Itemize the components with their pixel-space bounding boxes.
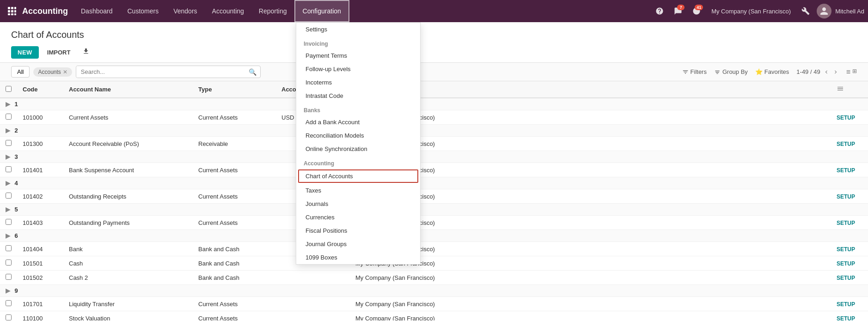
group-label[interactable]: ▶ 9: [0, 285, 868, 297]
support-button[interactable]: [652, 4, 667, 18]
nav-accounting[interactable]: Accounting: [205, 0, 251, 22]
toolbar: NEW IMPORT: [11, 46, 857, 59]
new-button[interactable]: NEW: [11, 46, 39, 59]
setup-link[interactable]: SETUP: [837, 167, 855, 174]
row-company: My Company (San Francisco): [350, 189, 831, 204]
import-button[interactable]: IMPORT: [43, 46, 75, 59]
row-code[interactable]: 101404: [17, 242, 63, 256]
download-button[interactable]: [79, 46, 93, 59]
row-account-name[interactable]: Account Receivable (PoS): [63, 137, 193, 151]
company-name[interactable]: My Company (San Francisco): [708, 8, 795, 15]
row-account-name[interactable]: Cash 2: [63, 271, 193, 285]
dropdown-settings[interactable]: Settings: [296, 23, 420, 36]
nav-reporting[interactable]: Reporting: [251, 0, 294, 22]
messages-button[interactable]: 7: [671, 4, 685, 18]
row-checkbox[interactable]: [6, 314, 12, 320]
setup-link[interactable]: SETUP: [837, 246, 855, 253]
row-account-name[interactable]: Liquidity Transfer: [63, 297, 193, 311]
prev-icon[interactable]: [823, 69, 830, 75]
setup-link[interactable]: SETUP: [837, 115, 855, 121]
row-account-name[interactable]: Stock Valuation: [63, 311, 193, 321]
list-view-button[interactable]: ≡: [846, 68, 850, 76]
dropdown-journals[interactable]: Journals: [296, 197, 420, 211]
dropdown-online-synchronization[interactable]: Online Synchronization: [296, 142, 420, 156]
dropdown-journal-groups[interactable]: Journal Groups: [296, 237, 420, 251]
dropdown-1099-boxes[interactable]: 1099 Boxes: [296, 251, 420, 264]
row-code[interactable]: 101501: [17, 256, 63, 271]
wrench-icon[interactable]: [798, 4, 813, 18]
row-account-name[interactable]: Cash: [63, 256, 193, 271]
next-icon[interactable]: [832, 69, 839, 75]
dropdown-reconciliation-models[interactable]: Reconciliation Models: [296, 129, 420, 142]
nav-customers[interactable]: Customers: [120, 0, 166, 22]
avatar[interactable]: [817, 4, 831, 18]
group-label[interactable]: ▶ 1: [0, 98, 868, 110]
row-checkbox-cell: [0, 242, 17, 256]
row-account-name[interactable]: Outstanding Payments: [63, 216, 193, 230]
row-code[interactable]: 101401: [17, 163, 63, 177]
setup-link[interactable]: SETUP: [837, 301, 855, 308]
group-label[interactable]: ▶ 6: [0, 230, 868, 242]
view-buttons: ≡ ⊞: [846, 68, 857, 76]
dropdown-chart-of-accounts[interactable]: Chart of Accounts: [298, 169, 418, 183]
setup-link[interactable]: SETUP: [837, 193, 855, 200]
row-checkbox[interactable]: [6, 114, 12, 120]
group-label[interactable]: ▶ 2: [0, 125, 868, 137]
th-company[interactable]: Company: [350, 81, 831, 98]
dropdown-followup-levels[interactable]: Follow-up Levels: [296, 62, 420, 76]
row-code[interactable]: 101502: [17, 271, 63, 285]
th-account-name[interactable]: Account Name: [63, 81, 193, 98]
grid-icon[interactable]: [4, 3, 20, 19]
row-code[interactable]: 101701: [17, 297, 63, 311]
setup-link[interactable]: SETUP: [837, 275, 855, 281]
dropdown-currencies[interactable]: Currencies: [296, 211, 420, 224]
clock-button[interactable]: 41: [689, 4, 704, 18]
row-checkbox[interactable]: [6, 245, 12, 251]
dropdown-add-bank-account[interactable]: Add a Bank Account: [296, 115, 420, 129]
row-checkbox[interactable]: [6, 300, 12, 306]
dropdown-payment-terms[interactable]: Payment Terms: [296, 49, 420, 62]
filters-button[interactable]: Filters: [682, 68, 707, 75]
row-account-name[interactable]: Bank Suspense Account: [63, 163, 193, 177]
setup-link[interactable]: SETUP: [837, 315, 855, 321]
grid-view-button[interactable]: ⊞: [852, 68, 857, 76]
table-group-row: ▶ 1: [0, 98, 868, 110]
row-account-name[interactable]: Outstanding Receipts: [63, 189, 193, 204]
group-label[interactable]: ▶ 5: [0, 204, 868, 216]
search-input[interactable]: [76, 66, 245, 78]
favorites-button[interactable]: ⭐ Favorites: [755, 68, 789, 75]
group-label[interactable]: ▶ 3: [0, 151, 868, 163]
dropdown-taxes[interactable]: Taxes: [296, 184, 420, 197]
th-code[interactable]: Code: [17, 81, 63, 98]
dropdown-intrastat-code[interactable]: Intrastat Code: [296, 89, 420, 103]
setup-link[interactable]: SETUP: [837, 220, 855, 226]
row-code[interactable]: 101300: [17, 137, 63, 151]
group-by-button[interactable]: Group By: [714, 68, 748, 75]
setup-link[interactable]: SETUP: [837, 141, 855, 147]
nav-vendors[interactable]: Vendors: [166, 0, 204, 22]
configuration-dropdown[interactable]: Settings Invoicing Payment Terms Follow-…: [296, 22, 421, 265]
row-account-name[interactable]: Current Assets: [63, 110, 193, 125]
row-checkbox[interactable]: [6, 260, 12, 266]
dropdown-fiscal-positions[interactable]: Fiscal Positions: [296, 224, 420, 237]
row-code[interactable]: 101000: [17, 110, 63, 125]
row-company: My Company (San Francisco): [350, 216, 831, 230]
th-type[interactable]: Type: [193, 81, 276, 98]
filter-tag-close[interactable]: ✕: [63, 69, 67, 75]
group-label[interactable]: ▶ 4: [0, 177, 868, 189]
row-checkbox[interactable]: [6, 193, 12, 199]
row-code[interactable]: 110100: [17, 311, 63, 321]
row-checkbox[interactable]: [6, 274, 12, 280]
dropdown-incoterms[interactable]: Incoterms: [296, 76, 420, 89]
row-checkbox[interactable]: [6, 219, 12, 225]
row-checkbox[interactable]: [6, 166, 12, 172]
nav-configuration[interactable]: Configuration: [294, 0, 349, 22]
row-checkbox[interactable]: [6, 140, 12, 146]
row-code[interactable]: 101403: [17, 216, 63, 230]
nav-dashboard[interactable]: Dashboard: [73, 0, 120, 22]
select-all-checkbox[interactable]: [6, 86, 12, 92]
filter-all-button[interactable]: All: [11, 66, 30, 78]
setup-link[interactable]: SETUP: [837, 260, 855, 267]
row-account-name[interactable]: Bank: [63, 242, 193, 256]
row-code[interactable]: 101402: [17, 189, 63, 204]
